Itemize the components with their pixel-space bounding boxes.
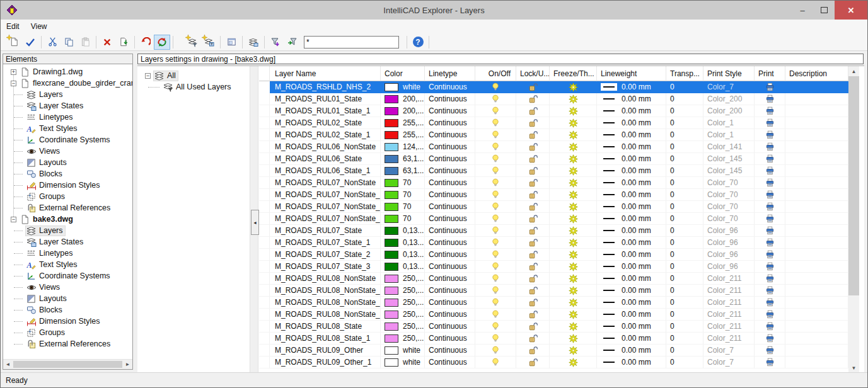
layer-row[interactable]: M_ROADS_RUL06_NonState124,...Continuous0…: [259, 141, 848, 153]
elements-horizontal-scrollbar[interactable]: ◄ ►: [3, 359, 132, 369]
transparency-cell[interactable]: 0: [666, 141, 703, 153]
color-swatch[interactable]: [385, 358, 398, 367]
linetype-cell[interactable]: Continuous: [425, 249, 475, 261]
on-off-cell[interactable]: [475, 213, 516, 225]
print-cell[interactable]: [755, 177, 785, 189]
layer-name-cell[interactable]: M_ROADS_RUL07_State: [270, 225, 381, 237]
print-style-cell[interactable]: Color_211: [703, 297, 755, 309]
description-cell[interactable]: [785, 285, 848, 297]
color-swatch[interactable]: [385, 155, 398, 163]
lock-cell[interactable]: [516, 297, 550, 309]
new-layer-filter-button[interactable]: [185, 35, 201, 50]
color-cell[interactable]: 70: [381, 177, 425, 189]
description-cell[interactable]: [785, 261, 848, 273]
color-swatch[interactable]: [385, 203, 398, 211]
tree-item-coordinate-systems[interactable]: Coordinate Systems: [3, 270, 132, 282]
color-cell[interactable]: 63,1...: [381, 153, 425, 165]
freeze-cell[interactable]: [550, 225, 597, 237]
description-cell[interactable]: [785, 333, 848, 345]
lock-cell[interactable]: [516, 153, 550, 165]
lock-cell[interactable]: [516, 237, 550, 249]
print-cell[interactable]: [755, 165, 785, 177]
linetype-cell[interactable]: Continuous: [425, 153, 475, 165]
color-swatch[interactable]: [385, 311, 398, 319]
lineweight-cell[interactable]: 0.00 mm: [597, 201, 666, 213]
linetype-cell[interactable]: Continuous: [425, 177, 475, 189]
description-cell[interactable]: [785, 357, 848, 368]
freeze-cell[interactable]: [550, 189, 597, 201]
on-off-cell[interactable]: [475, 273, 516, 285]
scroll-left-icon[interactable]: ◄: [3, 360, 13, 369]
freeze-cell[interactable]: [550, 81, 597, 93]
linetype-cell[interactable]: Continuous: [425, 141, 475, 153]
lock-cell[interactable]: [516, 117, 550, 129]
color-swatch[interactable]: [385, 239, 398, 247]
color-cell[interactable]: 124,...: [381, 141, 425, 153]
print-cell[interactable]: [755, 285, 785, 297]
layer-row[interactable]: M_ROADS_RUL07_State_20,13...Continuous0.…: [259, 249, 848, 261]
new-item-button[interactable]: [6, 35, 22, 50]
tree-item-layouts[interactable]: Layouts: [3, 293, 132, 304]
on-off-cell[interactable]: [475, 321, 516, 333]
on-off-cell[interactable]: [475, 285, 516, 297]
on-off-cell[interactable]: [475, 93, 516, 105]
tree-item-linetypes[interactable]: Linetypes: [3, 248, 132, 259]
color-swatch[interactable]: [385, 275, 398, 283]
color-cell[interactable]: 250,...: [381, 297, 425, 309]
minimize-button[interactable]: –: [792, 1, 813, 20]
color-swatch[interactable]: [385, 227, 398, 235]
transparency-cell[interactable]: 0: [666, 261, 703, 273]
print-style-cell[interactable]: Color_70: [703, 201, 755, 213]
column-header-description[interactable]: Description: [785, 66, 848, 81]
print-style-cell[interactable]: Color_96: [703, 237, 755, 249]
print-style-cell[interactable]: Color_200: [703, 105, 755, 117]
linetype-cell[interactable]: Continuous: [425, 201, 475, 213]
print-cell[interactable]: [755, 153, 785, 165]
layer-name-cell[interactable]: M_ROADS_RUL07_State_3: [270, 261, 381, 273]
description-cell[interactable]: [785, 129, 848, 141]
lock-cell[interactable]: [516, 249, 550, 261]
lineweight-cell[interactable]: 0.00 mm: [597, 273, 666, 285]
freeze-cell[interactable]: [550, 117, 597, 129]
on-off-cell[interactable]: [475, 357, 516, 368]
print-style-cell[interactable]: Color_145: [703, 165, 755, 177]
tree-item-views[interactable]: Views: [3, 146, 132, 157]
print-style-cell[interactable]: Color_211: [703, 333, 755, 345]
layer-row[interactable]: M_ROADS_RUL07_NonState70Continuous0.00 m…: [259, 177, 848, 189]
print-cell[interactable]: [755, 357, 785, 368]
tree-item-blocks[interactable]: Blocks: [3, 304, 132, 316]
layer-name-cell[interactable]: M_ROADS_RUL07_State_1: [270, 237, 381, 249]
layer-name-cell[interactable]: M_ROADS_RUL06_NonState: [270, 141, 381, 153]
description-cell[interactable]: [785, 189, 848, 201]
lineweight-cell[interactable]: 0.00 mm: [597, 285, 666, 297]
color-swatch[interactable]: [385, 346, 398, 355]
freeze-cell[interactable]: [550, 333, 597, 345]
on-off-cell[interactable]: [475, 333, 516, 345]
lock-cell[interactable]: [516, 321, 550, 333]
color-swatch[interactable]: [385, 334, 398, 343]
color-swatch[interactable]: [385, 215, 398, 223]
on-off-cell[interactable]: [475, 117, 516, 129]
lock-cell[interactable]: [516, 357, 550, 368]
layer-name-cell[interactable]: M_ROADS_RUL08_NonState: [270, 273, 381, 285]
layer-row[interactable]: M_ROADS_RUL06_State_163,1...Continuous0.…: [259, 165, 848, 177]
linetype-cell[interactable]: Continuous: [425, 189, 475, 201]
print-cell[interactable]: [755, 189, 785, 201]
description-cell[interactable]: [785, 249, 848, 261]
linetype-cell[interactable]: Continuous: [425, 105, 475, 117]
color-swatch[interactable]: [385, 167, 398, 175]
collapse-panel-button[interactable]: ◄: [251, 210, 259, 235]
column-header-freeze-thaw[interactable]: Freeze/Th...: [550, 66, 597, 81]
purge-button[interactable]: [115, 35, 132, 50]
print-cell[interactable]: [755, 321, 785, 333]
lineweight-cell[interactable]: 0.00 mm: [597, 141, 666, 153]
color-cell[interactable]: 200,...: [381, 105, 425, 117]
freeze-cell[interactable]: [550, 357, 597, 368]
print-cell[interactable]: [755, 105, 785, 117]
column-header-print[interactable]: Print: [755, 66, 785, 81]
color-cell[interactable]: 63,1...: [381, 165, 425, 177]
freeze-cell[interactable]: [550, 153, 597, 165]
close-button[interactable]: ✕: [835, 1, 867, 20]
lineweight-cell[interactable]: 0.00 mm: [597, 165, 666, 177]
linetype-cell[interactable]: Continuous: [425, 117, 475, 129]
